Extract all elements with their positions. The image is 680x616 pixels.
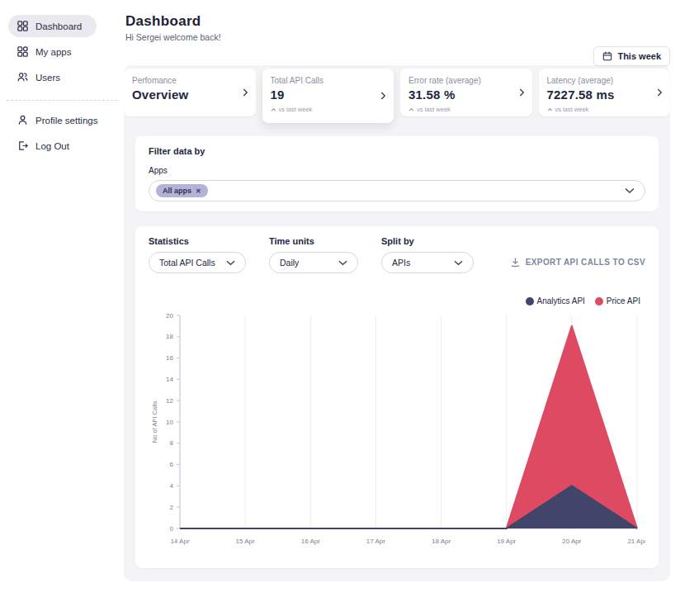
legend-dot bbox=[526, 297, 534, 306]
stat-card-trend-label: vs last week bbox=[279, 106, 313, 113]
svg-text:12: 12 bbox=[166, 397, 173, 405]
this-week-label: This week bbox=[617, 51, 661, 61]
this-week-button[interactable]: This week bbox=[593, 46, 670, 66]
calendar-icon bbox=[602, 51, 612, 61]
chevron-down-icon bbox=[454, 260, 463, 266]
svg-text:15 Apr: 15 Apr bbox=[236, 538, 255, 545]
export-csv-label: EXPORT API CALLS TO CSV bbox=[526, 258, 645, 267]
svg-text:14 Apr: 14 Apr bbox=[170, 538, 189, 545]
chevron-right-icon bbox=[657, 88, 663, 97]
split-by-control: Split by APIs bbox=[381, 236, 474, 273]
dashboard-grid-icon bbox=[17, 20, 29, 32]
svg-text:16 Apr: 16 Apr bbox=[301, 538, 320, 545]
svg-text:20: 20 bbox=[166, 312, 173, 320]
export-csv-button[interactable]: EXPORT API CALLS TO CSV bbox=[510, 257, 645, 268]
page-title: Dashboard bbox=[125, 13, 670, 30]
split-by-value: APIs bbox=[392, 258, 410, 268]
sidebar: Dashboard My apps Users bbox=[0, 0, 124, 616]
stat-card-label: Error rate (average) bbox=[408, 76, 524, 85]
statistics-dropdown[interactable]: Total API Calls bbox=[149, 252, 246, 273]
sidebar-item-label: Log Out bbox=[35, 141, 69, 151]
time-units-label: Time units bbox=[269, 236, 358, 246]
stat-card-trend-label: vs last week bbox=[417, 106, 451, 113]
download-icon bbox=[510, 257, 521, 268]
svg-text:6: 6 bbox=[170, 461, 174, 468]
chevron-down-icon bbox=[625, 188, 635, 194]
chart-wrap: 0246810121416182014 Apr15 Apr16 Apr17 Ap… bbox=[149, 307, 645, 552]
chart-controls: Statistics Total API Calls Time units Da… bbox=[149, 236, 645, 273]
svg-text:10: 10 bbox=[166, 419, 173, 426]
dashboard-panel: Perfomance Overview Total API Calls 19 v… bbox=[124, 65, 670, 581]
profile-icon bbox=[17, 114, 29, 126]
sidebar-divider bbox=[7, 100, 117, 101]
stat-card-trend: vs last week bbox=[547, 106, 663, 113]
svg-text:19 Apr: 19 Apr bbox=[497, 538, 516, 545]
caret-up-icon bbox=[271, 108, 276, 111]
stat-card-value: Overview bbox=[132, 88, 248, 102]
sidebar-item-label: Users bbox=[35, 73, 60, 83]
legend-item: Analytics API bbox=[526, 296, 585, 306]
apps-chip[interactable]: All apps ✕ bbox=[156, 184, 208, 197]
sidebar-item-users[interactable]: Users bbox=[8, 66, 68, 88]
svg-text:21 Apr: 21 Apr bbox=[627, 538, 645, 545]
stat-card-trend-label: vs last week bbox=[555, 106, 589, 113]
stat-card-value: 7227.58 ms bbox=[547, 88, 663, 102]
users-icon bbox=[17, 71, 29, 83]
svg-text:14: 14 bbox=[166, 376, 173, 383]
svg-text:8: 8 bbox=[170, 439, 174, 447]
stat-card-label: Latency (average) bbox=[547, 76, 663, 85]
page-subtitle: Hi Sergei welcome back! bbox=[125, 32, 670, 42]
svg-text:2: 2 bbox=[170, 504, 174, 511]
chip-remove-icon[interactable]: ✕ bbox=[196, 187, 201, 195]
filter-title: Filter data by bbox=[149, 146, 645, 156]
stat-card-value: 19 bbox=[271, 88, 386, 102]
svg-text:18: 18 bbox=[166, 333, 173, 340]
stat-card-total-api-calls[interactable]: Total API Calls 19 vs last week bbox=[262, 69, 394, 123]
stat-card-error-rate[interactable]: Error rate (average) 31.58 % vs last wee… bbox=[400, 69, 532, 116]
sidebar-item-label: My apps bbox=[35, 47, 71, 57]
chevron-down-icon bbox=[338, 260, 347, 266]
time-units-value: Daily bbox=[280, 258, 299, 268]
legend-item: Price API bbox=[595, 296, 640, 306]
svg-text:17 Apr: 17 Apr bbox=[366, 538, 385, 545]
stat-card-label: Perfomance bbox=[132, 76, 248, 85]
split-by-dropdown[interactable]: APIs bbox=[381, 252, 474, 273]
stat-card-latency[interactable]: Latency (average) 7227.58 ms vs last wee… bbox=[539, 69, 671, 116]
stat-card-trend: vs last week bbox=[408, 106, 524, 113]
sidebar-item-label: Dashboard bbox=[35, 21, 82, 31]
apps-multiselect[interactable]: All apps ✕ bbox=[149, 180, 645, 201]
svg-text:No of API Calls: No of API Calls bbox=[151, 401, 158, 443]
chart-legend: Analytics APIPrice API bbox=[149, 296, 640, 306]
stat-card-label: Total API Calls bbox=[271, 76, 386, 85]
legend-label: Analytics API bbox=[537, 296, 585, 306]
caret-up-icon bbox=[547, 108, 553, 111]
stat-cards-row: Perfomance Overview Total API Calls 19 v… bbox=[124, 69, 670, 123]
time-units-dropdown[interactable]: Daily bbox=[269, 252, 358, 273]
filter-apps-label: Apps bbox=[149, 166, 645, 175]
sidebar-item-profile-settings[interactable]: Profile settings bbox=[8, 109, 106, 131]
legend-dot bbox=[595, 297, 603, 306]
svg-text:4: 4 bbox=[170, 482, 174, 490]
stat-card-trend: vs last week bbox=[271, 106, 386, 113]
sidebar-item-log-out[interactable]: Log Out bbox=[8, 135, 78, 157]
sidebar-item-dashboard[interactable]: Dashboard bbox=[8, 15, 97, 37]
chevron-right-icon bbox=[380, 92, 386, 101]
chevron-down-icon bbox=[226, 260, 235, 266]
chevron-right-icon bbox=[519, 88, 525, 97]
apps-grid-icon bbox=[17, 45, 29, 58]
svg-text:0: 0 bbox=[170, 525, 174, 533]
statistics-panel: Statistics Total API Calls Time units Da… bbox=[135, 226, 659, 568]
stat-card-value: 31.58 % bbox=[408, 88, 524, 102]
main-content: Dashboard Hi Sergei welcome back! This w… bbox=[124, 0, 670, 581]
svg-text:20 Apr: 20 Apr bbox=[562, 538, 581, 545]
filter-panel: Filter data by Apps All apps ✕ bbox=[135, 136, 659, 211]
stat-card-performance[interactable]: Perfomance Overview bbox=[124, 69, 256, 116]
statistics-value: Total API Calls bbox=[159, 258, 215, 268]
svg-text:16: 16 bbox=[166, 354, 173, 362]
sidebar-item-label: Profile settings bbox=[35, 116, 97, 126]
chevron-right-icon bbox=[243, 88, 248, 97]
api-calls-chart: 0246810121416182014 Apr15 Apr16 Apr17 Ap… bbox=[149, 307, 645, 552]
split-by-label: Split by bbox=[381, 236, 474, 246]
statistics-label: Statistics bbox=[149, 236, 246, 246]
sidebar-item-my-apps[interactable]: My apps bbox=[8, 40, 79, 63]
